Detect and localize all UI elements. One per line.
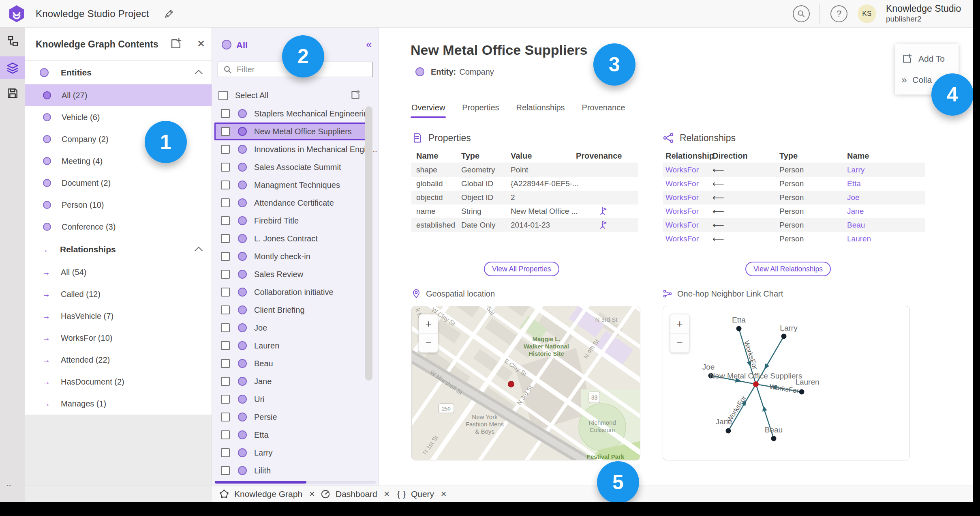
detail-tab[interactable]: Properties	[462, 103, 499, 118]
close-panel-icon[interactable]: ✕	[197, 38, 205, 49]
list-item[interactable]: Sales Review	[214, 265, 367, 283]
list-item[interactable]: Collaboration initiative	[214, 283, 367, 301]
item-checkbox[interactable]	[221, 466, 230, 475]
sidebar-item-entity[interactable]: Vehicle (6)	[25, 106, 212, 128]
graph-node[interactable]	[736, 326, 742, 331]
view-all-relationships-button[interactable]: View All Relationships	[745, 262, 831, 276]
list-item[interactable]: Lilith	[214, 462, 367, 479]
item-checkbox[interactable]	[221, 323, 230, 332]
sidebar-item-entity[interactable]: Conference (3)	[25, 216, 212, 238]
help-button[interactable]: ?	[830, 5, 847, 22]
list-item[interactable]: Innovations in Mechanical Engin...	[214, 140, 367, 158]
select-all-row[interactable]: Select All	[218, 88, 372, 103]
tab-knowledge-graph[interactable]: Knowledge Graph ✕	[219, 486, 315, 502]
close-tab-icon[interactable]: ✕	[441, 490, 447, 499]
horizontal-scrollbar-track[interactable]	[214, 481, 376, 484]
detail-tab[interactable]: Relationships	[516, 103, 565, 118]
edit-title-icon[interactable]	[164, 9, 174, 19]
provenance-flag-icon[interactable]	[600, 207, 608, 216]
graph-node[interactable]	[726, 428, 731, 434]
list-item[interactable]: Lauren	[214, 337, 367, 355]
list-item[interactable]: Managment Techniques	[214, 176, 367, 194]
user-menu[interactable]: Knowledge Studio publisher2	[886, 3, 961, 24]
detail-tab[interactable]: Provenance	[582, 103, 625, 118]
search-button[interactable]	[793, 5, 810, 22]
zoom-out-button[interactable]: −	[419, 333, 438, 353]
chevron-up-icon[interactable]	[195, 69, 203, 77]
select-all-checkbox[interactable]	[218, 91, 228, 100]
add-to-menu-item[interactable]: Add To	[895, 48, 959, 70]
list-item[interactable]: Uri	[214, 390, 367, 408]
map-canvas[interactable]: + −	[411, 306, 640, 460]
list-item[interactable]: L. Jones Contract	[214, 230, 367, 247]
list-item[interactable]: Client Briefing	[214, 301, 367, 319]
list-item[interactable]: Larry	[214, 444, 367, 462]
add-to-new-icon[interactable]	[169, 37, 182, 50]
item-checkbox[interactable]	[221, 270, 230, 279]
list-item[interactable]: Joe	[214, 319, 367, 337]
list-item[interactable]: Beau	[214, 355, 367, 372]
tab-dashboard[interactable]: Dashboard ✕	[320, 486, 390, 502]
item-checkbox[interactable]	[221, 109, 230, 118]
sidebar-item-entity[interactable]: All (27)	[25, 84, 212, 106]
item-checkbox[interactable]	[221, 448, 230, 457]
list-item[interactable]: Staplers Mechanical Engineering	[214, 105, 367, 123]
add-selection-icon[interactable]	[350, 89, 361, 101]
item-checkbox[interactable]	[221, 305, 230, 314]
close-tab-icon[interactable]: ✕	[309, 490, 315, 499]
item-checkbox[interactable]	[221, 163, 230, 172]
list-item[interactable]: Montly check-in	[214, 247, 367, 265]
provenance-flag-icon[interactable]	[600, 221, 608, 230]
graph-node[interactable]	[799, 389, 805, 395]
item-checkbox[interactable]	[221, 341, 230, 350]
list-item[interactable]: Persie	[214, 408, 367, 426]
sidebar-item-relationship[interactable]: → HasDocument (2)	[25, 371, 212, 393]
link-chart-canvas[interactable]: + −	[663, 306, 910, 460]
entities-section-header[interactable]: Entities	[25, 61, 212, 84]
item-checkbox[interactable]	[221, 252, 230, 261]
detail-tab[interactable]: Overview	[411, 103, 445, 118]
zoom-in-button[interactable]: +	[419, 314, 438, 333]
item-checkbox[interactable]	[221, 198, 230, 207]
view-all-properties-button[interactable]: View All Properties	[484, 262, 559, 276]
list-item[interactable]: Attendance Certificate	[214, 194, 367, 212]
item-checkbox[interactable]	[221, 359, 230, 368]
vertical-scrollbar[interactable]	[365, 106, 372, 381]
sidebar-item-entity[interactable]: Meeting (4)	[25, 150, 212, 172]
sidebar-item-entity[interactable]: Person (10)	[25, 194, 212, 216]
item-checkbox[interactable]	[221, 377, 230, 386]
list-item[interactable]: Jane	[214, 372, 367, 390]
list-item[interactable]: Etta	[214, 426, 367, 444]
close-tab-icon[interactable]: ✕	[384, 490, 390, 499]
relationships-section-header[interactable]: → Relationships	[25, 238, 212, 261]
sidebar-item-relationship[interactable]: → All (54)	[25, 261, 212, 283]
chevron-up-icon[interactable]	[195, 246, 203, 254]
sidebar-item-relationship[interactable]: → Called (12)	[25, 283, 212, 305]
item-checkbox[interactable]	[221, 216, 230, 225]
zoom-in-button[interactable]: +	[670, 314, 689, 333]
sidebar-item-relationship[interactable]: → Manages (1)	[25, 393, 212, 415]
item-checkbox[interactable]	[221, 145, 230, 154]
graph-center-node[interactable]	[753, 381, 759, 387]
tab-query[interactable]: { } Query ✕	[397, 486, 447, 502]
item-checkbox[interactable]	[221, 430, 230, 439]
horizontal-scrollbar-thumb[interactable]	[215, 481, 306, 484]
sidebar-item-entity[interactable]: Document (2)	[25, 172, 212, 194]
layers-icon[interactable]	[6, 61, 19, 74]
item-checkbox[interactable]	[221, 234, 230, 243]
sidebar-item-relationship[interactable]: → Attended (22)	[25, 349, 212, 371]
list-item[interactable]: New Metal Office Suppliers	[214, 123, 367, 140]
avatar[interactable]: KS	[858, 4, 876, 23]
zoom-out-button[interactable]: −	[670, 333, 689, 353]
item-checkbox[interactable]	[221, 395, 230, 404]
list-item[interactable]: Firebird Title	[214, 212, 367, 230]
sidebar-item-relationship[interactable]: → HasVehicle (7)	[25, 305, 212, 327]
item-checkbox[interactable]	[221, 181, 230, 189]
save-icon[interactable]	[6, 87, 19, 100]
data-model-icon[interactable]	[6, 35, 19, 48]
collapse-panel-icon[interactable]: «	[366, 38, 372, 51]
item-checkbox[interactable]	[221, 288, 230, 297]
item-checkbox[interactable]	[221, 127, 230, 136]
item-checkbox[interactable]	[221, 413, 230, 421]
graph-node[interactable]	[771, 436, 777, 441]
